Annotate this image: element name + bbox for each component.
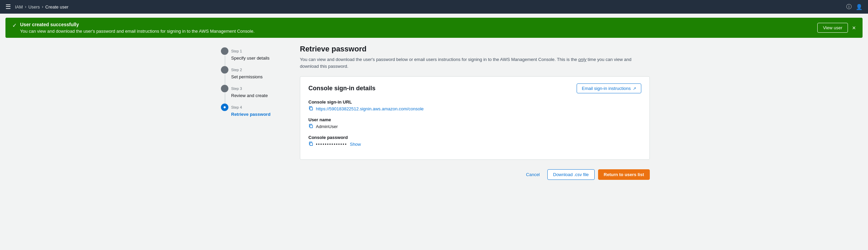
hamburger-menu-icon[interactable]: ☰	[5, 3, 11, 11]
step-4: Step 4 Retrieve password	[218, 104, 293, 117]
username-value: AdminUser	[316, 124, 338, 129]
email-signin-instructions-button[interactable]: Email sign-in instructions ↗	[577, 83, 641, 93]
step-3-label: Review and create	[221, 93, 293, 98]
step-3-circle	[221, 85, 228, 92]
close-banner-button[interactable]: ×	[852, 25, 856, 31]
copy-username-icon[interactable]	[308, 124, 313, 129]
success-banner-description: You can view and download the user's pas…	[20, 29, 255, 34]
step-1-label: Specify user details	[221, 56, 293, 61]
info-icon[interactable]: ⓘ	[846, 3, 852, 11]
copy-url-icon[interactable]	[308, 106, 313, 112]
success-banner-text: User created successfully You can view a…	[20, 22, 255, 34]
password-value-row: •••••••••••••• Show	[308, 141, 641, 147]
copy-password-icon[interactable]	[308, 141, 313, 147]
breadcrumb-users[interactable]: Users	[28, 4, 40, 10]
external-link-icon: ↗	[633, 86, 636, 91]
step-4-header: Step 4	[221, 104, 293, 111]
cancel-button[interactable]: Cancel	[522, 170, 544, 179]
console-url-label: Console sign-in URL	[308, 99, 641, 105]
view-user-button[interactable]: View user	[817, 23, 848, 33]
show-password-button[interactable]: Show	[350, 142, 361, 147]
step-1-number: Step 1	[231, 49, 242, 53]
step-3: Step 3 Review and create	[218, 85, 293, 98]
breadcrumb-sep-1: ›	[25, 4, 26, 9]
download-csv-button[interactable]: Download .csv file	[547, 169, 595, 180]
signin-card-header: Console sign-in details Email sign-in in…	[308, 83, 641, 93]
return-to-users-button[interactable]: Return to users list	[598, 169, 650, 180]
username-value-row: AdminUser	[308, 124, 641, 129]
page-subtitle: You can view and download the user's pas…	[300, 56, 650, 69]
console-url-value: https://590183822512.signin.aws.amazon.c…	[316, 106, 424, 111]
step-3-header: Step 3	[221, 85, 293, 92]
svg-rect-2	[310, 125, 312, 128]
console-url-value-row: https://590183822512.signin.aws.amazon.c…	[308, 106, 641, 112]
breadcrumb-iam[interactable]: IAM	[15, 4, 23, 10]
success-banner-title: User created successfully	[20, 22, 255, 27]
step-4-label: Retrieve password	[221, 112, 293, 117]
main-content: Step 1 Specify user details Step 2 Set p…	[213, 38, 655, 187]
step-2-circle	[221, 66, 228, 74]
breadcrumb-sep-2: ›	[42, 4, 43, 9]
username-field: User name AdminUser	[308, 117, 641, 129]
password-masked-value: ••••••••••••••	[316, 142, 347, 147]
page-title: Retrieve password	[300, 45, 650, 53]
success-check-icon: ✓	[12, 22, 17, 29]
email-signin-label: Email sign-in instructions	[582, 86, 631, 91]
step-1-header: Step 1	[221, 47, 293, 55]
top-navigation: ☰ IAM › Users › Create user ⓘ 👤	[0, 0, 868, 14]
svg-rect-1	[310, 107, 312, 110]
console-url-field: Console sign-in URL https://590183822512…	[308, 99, 641, 112]
account-icon[interactable]: 👤	[856, 4, 863, 10]
step-4-number: Step 4	[231, 105, 242, 109]
svg-rect-3	[310, 143, 312, 145]
step-1: Step 1 Specify user details	[218, 47, 293, 61]
step-2: Step 2 Set permissions	[218, 66, 293, 79]
step-3-number: Step 3	[231, 87, 242, 91]
username-label: User name	[308, 117, 641, 122]
breadcrumb: IAM › Users › Create user	[15, 4, 68, 10]
breadcrumb-current: Create user	[45, 4, 68, 10]
top-nav-right: ⓘ 👤	[846, 3, 863, 11]
success-banner-content: ✓ User created successfully You can view…	[12, 22, 255, 34]
steps-sidebar: Step 1 Specify user details Step 2 Set p…	[218, 45, 293, 180]
step-2-label: Set permissions	[221, 74, 293, 79]
step-2-header: Step 2	[221, 66, 293, 74]
password-field: Console password •••••••••••••• Show	[308, 135, 641, 147]
svg-point-0	[224, 106, 226, 108]
password-label: Console password	[308, 135, 641, 140]
page-content: Retrieve password You can view and downl…	[293, 45, 650, 180]
success-banner-actions: View user ×	[817, 23, 856, 33]
step-4-circle	[221, 104, 228, 111]
signin-details-card: Console sign-in details Email sign-in in…	[300, 76, 650, 160]
step-2-number: Step 2	[231, 68, 242, 72]
console-url-link[interactable]: https://590183822512.signin.aws.amazon.c…	[316, 106, 424, 111]
signin-card-title: Console sign-in details	[308, 85, 375, 92]
action-buttons: Cancel Download .csv file Return to user…	[300, 168, 650, 180]
step-1-circle	[221, 47, 228, 55]
success-banner: ✓ User created successfully You can view…	[5, 18, 863, 38]
